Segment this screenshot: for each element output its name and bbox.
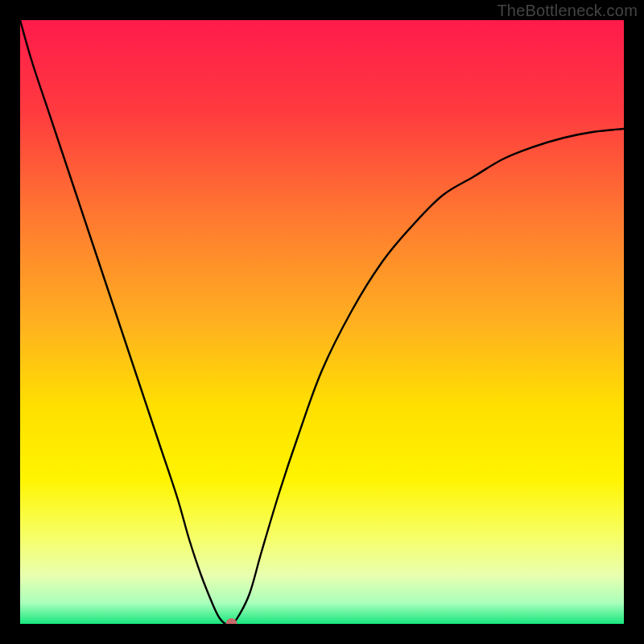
chart-frame: TheBottleneck.com [0,0,644,644]
bottleneck-curve [20,20,624,624]
watermark-text: TheBottleneck.com [497,2,638,20]
plot-area [20,20,624,624]
optimum-marker [226,618,237,624]
